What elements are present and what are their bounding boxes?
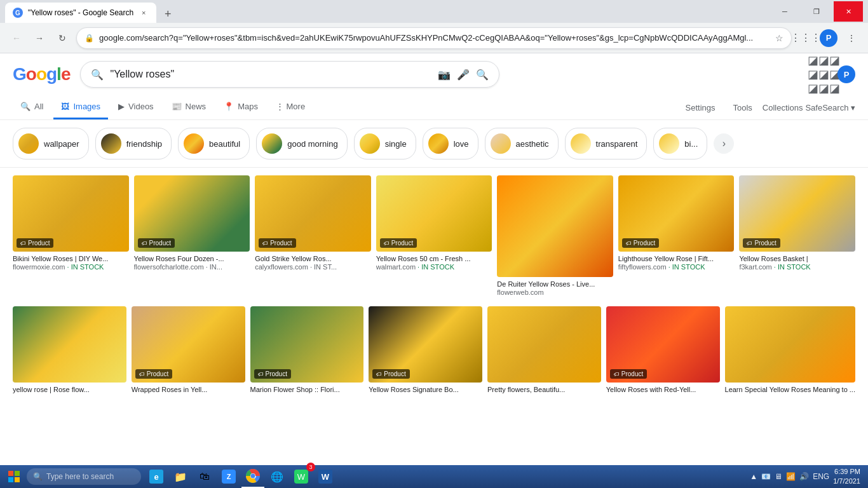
image-placeholder-14 <box>725 306 855 383</box>
chip-friendship[interactable]: friendship <box>95 128 172 159</box>
image-item-14[interactable]: Learn Special Yellow Roses Meaning to ..… <box>725 306 855 394</box>
taskbar-edge-button[interactable]: 🌐 <box>266 465 288 488</box>
tools-button[interactable]: Tools <box>726 98 760 118</box>
image-caption-2: Yellow Roses Four Dozen -... <box>134 254 250 263</box>
image-item-9[interactable]: 🏷 Product Wrapped Roses in Yell... <box>132 306 245 394</box>
taskbar-explorer-button[interactable]: 📁 <box>169 465 192 488</box>
google-apps-icon[interactable]: ◪◪◪◪◪◪◪◪◪ <box>815 65 832 83</box>
google-profile-button[interactable]: P <box>837 65 855 83</box>
image-caption-12: Pretty flowers, Beautifu... <box>487 385 601 394</box>
google-logo[interactable]: Google <box>13 64 70 85</box>
forward-button[interactable]: → <box>31 29 48 47</box>
chips-next-button[interactable]: › <box>714 133 734 154</box>
settings-button[interactable]: Settings <box>678 98 723 118</box>
tab-more[interactable]: ⋮ More <box>268 95 313 119</box>
taskbar-pinned-apps: e 📁 🛍 Z <box>145 465 337 488</box>
close-window-button[interactable]: ✕ <box>834 1 863 22</box>
taskbar-app-store: 🛍 <box>193 465 216 488</box>
address-lock-icon: 🔒 <box>85 34 94 43</box>
image-item-5[interactable]: De Ruiter Yellow Roses - Live... flowerw… <box>497 175 613 296</box>
image-item-13[interactable]: 🏷 Product Yellow Roses with Red-Yell... <box>606 306 720 394</box>
taskbar-app-explorer: 📁 <box>169 465 192 488</box>
product-badge-2: 🏷 Product <box>138 238 175 248</box>
chip-love[interactable]: love <box>423 128 478 159</box>
windows-taskbar: 🔍 Type here to search e 📁 🛍 <box>0 465 868 488</box>
bookmark-icon[interactable]: ☆ <box>775 33 783 43</box>
more-options-button[interactable]: ⋮ <box>843 29 860 47</box>
tab-title: "Yellow roses" - Google Search <box>28 8 133 17</box>
collections-button[interactable]: Collections <box>763 103 803 112</box>
tab-images[interactable]: 🖼 Images <box>53 95 108 119</box>
image-item-3[interactable]: 🏷 Product Gold Strike Yellow Ros... caly… <box>255 175 371 296</box>
tray-display-icon[interactable]: 🖥 <box>775 472 782 481</box>
taskbar-app-ie: e <box>145 465 168 488</box>
minimize-button[interactable]: ─ <box>770 1 799 22</box>
tab-videos[interactable]: ▶ Videos <box>111 95 161 119</box>
image-caption-9: Wrapped Roses in Yell... <box>132 385 245 394</box>
tab-news[interactable]: 📰 News <box>164 95 214 119</box>
safesearch-button[interactable]: SafeSearch ▾ <box>805 103 855 112</box>
image-item-4[interactable]: 🏷 Product Yellow Roses 50 cm - Fresh ...… <box>376 175 492 296</box>
image-item-11[interactable]: 🏷 Product Yellow Roses Signature Bo... <box>369 306 482 394</box>
tray-network-icon[interactable]: 📶 <box>786 472 796 481</box>
image-item-6[interactable]: 🏷 Product Lighthouse Yellow Rose | Fift.… <box>618 175 735 296</box>
chip-beautiful[interactable]: beautiful <box>178 128 250 159</box>
product-badge-label-13: Product <box>621 370 643 377</box>
image-box-4: 🏷 Product <box>376 175 492 252</box>
tray-volume-icon[interactable]: 🔊 <box>799 472 809 481</box>
product-badge-label-7: Product <box>754 240 776 247</box>
image-item-8[interactable]: yellow rose | Rose flow... <box>13 306 126 394</box>
image-box-5 <box>497 175 613 277</box>
product-badge-label-3: Product <box>270 240 292 247</box>
address-bar[interactable]: 🔒 google.com/search?q="Yellow+roses"&tbm… <box>76 27 792 49</box>
taskbar-ie-button[interactable]: e <box>145 465 168 488</box>
chip-good-morning[interactable]: good morning <box>256 128 348 159</box>
explorer-icon: 📁 <box>173 470 187 484</box>
chip-transparent[interactable]: transparent <box>565 128 648 159</box>
start-button[interactable] <box>3 468 25 485</box>
profile-button[interactable]: P <box>820 29 837 47</box>
product-badge-4: 🏷 Product <box>380 238 417 248</box>
apps-menu-icon[interactable]: ⋮⋮⋮ <box>797 29 815 47</box>
google-header: Google 🔍 "Yellow roses" 📷 🎤 🔍 ◪◪◪◪◪◪◪◪◪ … <box>0 53 868 95</box>
taskbar-chrome-button[interactable] <box>241 465 264 488</box>
tab-close-button[interactable]: × <box>139 8 149 18</box>
product-badge-label-10: Product <box>266 370 287 377</box>
reload-button[interactable]: ↻ <box>53 29 71 47</box>
product-tag-icon-9: 🏷 <box>139 371 145 377</box>
taskbar-store-button[interactable]: 🛍 <box>193 465 216 488</box>
chip-bi[interactable]: bi... <box>653 128 707 159</box>
chip-aesthetic[interactable]: aesthetic <box>485 128 559 159</box>
chip-wallpaper-img <box>18 133 39 154</box>
image-item-2[interactable]: 🏷 Product Yellow Roses Four Dozen -... f… <box>134 175 250 296</box>
tray-mail-icon[interactable]: 📧 <box>761 472 771 481</box>
chip-wallpaper[interactable]: wallpaper <box>13 128 89 159</box>
nav-tools-area: Settings Tools <box>678 98 760 118</box>
chip-bi-label: bi... <box>684 139 698 149</box>
taskbar-word-button[interactable]: W <box>314 465 337 488</box>
image-item-1[interactable]: 🏷 Product Bikini Yellow Roses | DIY We..… <box>13 175 129 296</box>
taskbar-clock[interactable]: 6:39 PM 1/7/2021 <box>833 467 860 487</box>
voice-search-icon[interactable]: 🎤 <box>457 69 470 81</box>
maximize-button[interactable]: ❐ <box>802 1 831 22</box>
tray-chevron-icon[interactable]: ▲ <box>750 472 757 481</box>
camera-search-icon[interactable]: 📷 <box>438 69 451 81</box>
image-item-10[interactable]: 🏷 Product Marion Flower Shop :: Flori... <box>250 306 364 394</box>
active-tab[interactable]: G "Yellow roses" - Google Search × <box>5 3 156 23</box>
image-item-12[interactable]: Pretty flowers, Beautifu... <box>487 306 601 394</box>
search-box[interactable]: 🔍 "Yellow roses" 📷 🎤 🔍 <box>80 61 499 88</box>
back-button[interactable]: ← <box>8 29 25 47</box>
product-badge-6: 🏷 Product <box>622 238 659 248</box>
tab-maps[interactable]: 📍 Maps <box>216 95 266 119</box>
chip-single[interactable]: single <box>354 128 416 159</box>
image-box-11: 🏷 Product <box>369 306 482 383</box>
tab-all[interactable]: 🔍 All <box>13 95 51 119</box>
system-tray-icons: ▲ 📧 🖥 📶 🔊 ENG <box>750 472 829 481</box>
submit-search-icon[interactable]: 🔍 <box>476 69 489 81</box>
taskbar-zoom-button[interactable]: Z <box>217 465 240 488</box>
svg-point-3 <box>251 474 255 478</box>
image-item-7[interactable]: 🏷 Product Yellow Roses Basket | f3kart.c… <box>739 175 855 296</box>
new-tab-button[interactable]: + <box>159 5 177 23</box>
videos-tab-icon: ▶ <box>118 102 125 111</box>
taskbar-search-box[interactable]: 🔍 Type here to search <box>27 468 141 485</box>
